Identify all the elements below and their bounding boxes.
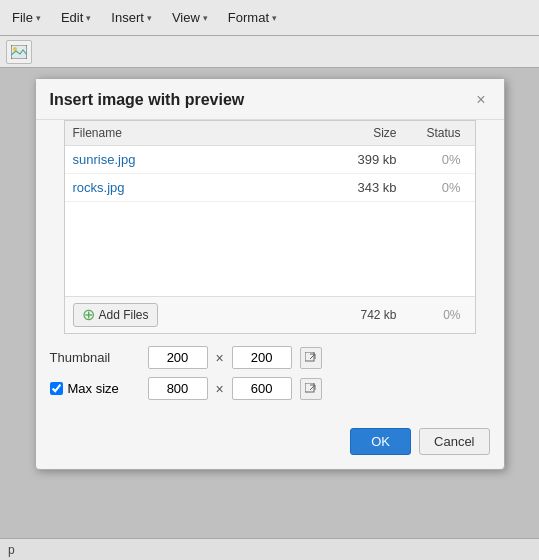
thumbnail-width-input[interactable] <box>148 346 208 369</box>
footer-total-status: 0% <box>407 308 467 322</box>
menu-edit[interactable]: Edit ▾ <box>53 6 99 29</box>
menu-view[interactable]: View ▾ <box>164 6 216 29</box>
table-row[interactable]: rocks.jpg 343 kb 0% <box>65 174 475 202</box>
file-name-1[interactable]: rocks.jpg <box>73 180 327 195</box>
ok-button[interactable]: OK <box>350 428 411 455</box>
main-toolbar: File ▾ Edit ▾ Insert ▾ View ▾ Format ▾ <box>0 0 539 36</box>
maxsize-checkbox-container: Max size <box>50 381 140 396</box>
menu-file-label: File <box>12 10 33 25</box>
menu-file-arrow: ▾ <box>36 13 41 23</box>
times-symbol-1: × <box>216 350 224 366</box>
dialog-title: Insert image with preview <box>50 91 245 109</box>
add-icon: ⊕ <box>82 307 95 323</box>
file-status-1: 0% <box>407 180 467 195</box>
maxsize-checkbox[interactable] <box>50 382 63 395</box>
menu-edit-label: Edit <box>61 10 83 25</box>
file-list-header: Filename Size Status <box>65 121 475 146</box>
maxsize-width-input[interactable] <box>148 377 208 400</box>
main-content-area: Insert image with preview × Filename Siz… <box>0 68 539 538</box>
file-name-0[interactable]: sunrise.jpg <box>73 152 327 167</box>
col-status-header: Status <box>407 126 467 140</box>
menu-file[interactable]: File ▾ <box>4 6 49 29</box>
expand-icon-2 <box>305 383 317 395</box>
maxsize-checkbox-label[interactable]: Max size <box>50 381 119 396</box>
file-list-footer: ⊕ Add Files 742 kb 0% <box>65 296 475 333</box>
thumbnail-height-input[interactable] <box>232 346 292 369</box>
col-size-header: Size <box>327 126 407 140</box>
footer-total-size: 742 kb <box>158 308 407 322</box>
thumbnail-label: Thumbnail <box>50 350 140 365</box>
thumbnail-row: Thumbnail × <box>50 346 490 369</box>
menu-insert-label: Insert <box>111 10 144 25</box>
menu-edit-arrow: ▾ <box>86 13 91 23</box>
menu-insert-arrow: ▾ <box>147 13 152 23</box>
times-symbol-2: × <box>216 381 224 397</box>
secondary-toolbar <box>0 36 539 68</box>
insert-image-dialog: Insert image with preview × Filename Siz… <box>35 78 505 470</box>
menu-format-arrow: ▾ <box>272 13 277 23</box>
options-section: Thumbnail × Max size <box>36 334 504 420</box>
col-filename-header: Filename <box>73 126 327 140</box>
image-toolbar-btn[interactable] <box>6 40 32 64</box>
file-status-0: 0% <box>407 152 467 167</box>
add-files-label: Add Files <box>99 308 149 322</box>
file-list-container: Filename Size Status sunrise.jpg 399 kb … <box>36 120 504 334</box>
menu-view-label: View <box>172 10 200 25</box>
status-text: p <box>8 543 15 557</box>
cancel-button[interactable]: Cancel <box>419 428 489 455</box>
expand-icon <box>305 352 317 364</box>
maxsize-height-input[interactable] <box>232 377 292 400</box>
add-files-button[interactable]: ⊕ Add Files <box>73 303 158 327</box>
dialog-close-button[interactable]: × <box>472 92 489 108</box>
image-icon <box>11 45 27 59</box>
menu-format[interactable]: Format ▾ <box>220 6 285 29</box>
file-size-0: 399 kb <box>327 152 407 167</box>
maxsize-row: Max size × <box>50 377 490 400</box>
thumbnail-expand-button[interactable] <box>300 347 322 369</box>
menu-format-label: Format <box>228 10 269 25</box>
file-list: Filename Size Status sunrise.jpg 399 kb … <box>64 120 476 334</box>
file-size-1: 343 kb <box>327 180 407 195</box>
file-list-scroll[interactable]: sunrise.jpg 399 kb 0% rocks.jpg 343 kb 0… <box>65 146 475 296</box>
menu-view-arrow: ▾ <box>203 13 208 23</box>
menu-insert[interactable]: Insert ▾ <box>103 6 160 29</box>
dialog-title-bar: Insert image with preview × <box>36 79 504 120</box>
table-row[interactable]: sunrise.jpg 399 kb 0% <box>65 146 475 174</box>
maxsize-expand-button[interactable] <box>300 378 322 400</box>
dialog-buttons: OK Cancel <box>36 420 504 469</box>
status-bar: p <box>0 538 539 560</box>
svg-point-2 <box>13 47 17 51</box>
maxsize-label: Max size <box>68 381 119 396</box>
